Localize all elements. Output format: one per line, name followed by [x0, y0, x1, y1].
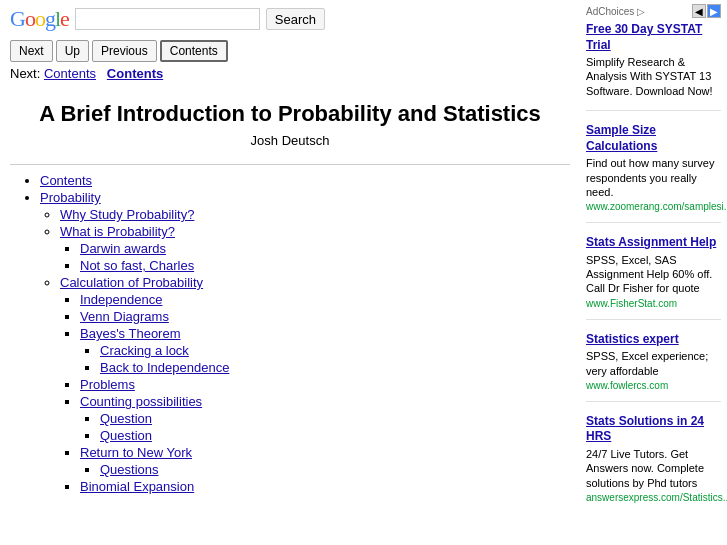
- list-item: Not so fast, Charles: [80, 258, 570, 273]
- toc-link-venn[interactable]: Venn Diagrams: [80, 309, 169, 324]
- list-item: Bayes's Theorem Cracking a lock Back to …: [80, 326, 570, 375]
- toc-link-return-ny[interactable]: Return to New York: [80, 445, 192, 460]
- list-item: Calculation of Probability Independence …: [60, 275, 570, 494]
- nav-up-button[interactable]: Up: [56, 40, 89, 62]
- ad-choices-bar: AdChoices ▷ ◀ ▶: [586, 4, 721, 18]
- ad-prev-arrow[interactable]: ◀: [692, 4, 706, 18]
- sidebar: AdChoices ▷ ◀ ▶ Free 30 Day SYSTAT Trial…: [580, 0, 727, 529]
- list-item: Question: [100, 411, 570, 426]
- search-button[interactable]: Search: [266, 8, 325, 30]
- ad-block-2: Sample Size Calculations Find out how ma…: [586, 123, 721, 223]
- ad-body-3: SPSS, Excel, SAS Assignment Help 60% off…: [586, 253, 721, 296]
- toc-link-question-2[interactable]: Question: [100, 428, 152, 443]
- ad-url-4: www.fowlercs.com: [586, 380, 721, 391]
- ad-url-5: answersexpress.com/Statistics...: [586, 492, 721, 503]
- list-item: Problems: [80, 377, 570, 392]
- list-item: What is Probability? Darwin awards Not s…: [60, 224, 570, 273]
- next-label: Next:: [10, 66, 40, 81]
- list-item: Back to Independence: [100, 360, 570, 375]
- list-item: Independence: [80, 292, 570, 307]
- toc-link-problems[interactable]: Problems: [80, 377, 135, 392]
- ad-block-4: Statistics expert SPSS, Excel experience…: [586, 332, 721, 402]
- toc-link-darwin[interactable]: Darwin awards: [80, 241, 166, 256]
- list-item: Venn Diagrams: [80, 309, 570, 324]
- list-item: Questions: [100, 462, 570, 477]
- toc-link-contents[interactable]: Contents: [40, 173, 92, 188]
- list-item: Counting possibilities Question Question: [80, 394, 570, 443]
- ad-block-5: Stats Solutions in 24 HRS 24/7 Live Tuto…: [586, 414, 721, 513]
- divider: [10, 164, 570, 165]
- toc-link-counting[interactable]: Counting possibilities: [80, 394, 202, 409]
- ad-title-5[interactable]: Stats Solutions in 24 HRS: [586, 414, 721, 445]
- search-input[interactable]: [75, 8, 260, 30]
- toc-link-not-so-fast[interactable]: Not so fast, Charles: [80, 258, 194, 273]
- ad-body-1: Simplify Research & Analysis With SYSTAT…: [586, 55, 721, 98]
- ad-body-2: Find out how many survey respondents you…: [586, 156, 721, 199]
- article-title: A Brief Introduction to Probability and …: [20, 101, 560, 127]
- table-of-contents: Contents Probability Why Study Probabili…: [20, 173, 570, 494]
- list-item: Why Study Probability?: [60, 207, 570, 222]
- toc-link-binomial[interactable]: Binomial Expansion: [80, 479, 194, 494]
- toc-link-bayes[interactable]: Bayes's Theorem: [80, 326, 181, 341]
- list-item: Return to New York Questions: [80, 445, 570, 477]
- next-line: Next: Contents Contents: [10, 66, 570, 81]
- toc-link-questions[interactable]: Questions: [100, 462, 159, 477]
- ad-title-3[interactable]: Stats Assignment Help: [586, 235, 721, 251]
- ad-block-1: Free 30 Day SYSTAT Trial Simplify Resear…: [586, 22, 721, 111]
- ad-title-4[interactable]: Statistics expert: [586, 332, 721, 348]
- ad-url-2: www.zoomerang.com/samplesi...: [586, 201, 721, 212]
- ad-body-5: 24/7 Live Tutors. Get Answers now. Compl…: [586, 447, 721, 490]
- nav-buttons: Next Up Previous Contents: [10, 40, 570, 62]
- toc-link-why-study[interactable]: Why Study Probability?: [60, 207, 194, 222]
- list-item: Cracking a lock: [100, 343, 570, 358]
- google-logo: Google: [10, 6, 69, 32]
- ad-url-3: www.FisherStat.com: [586, 298, 721, 309]
- article-author: Josh Deutsch: [10, 133, 570, 148]
- toc-link-back-independence[interactable]: Back to Independence: [100, 360, 229, 375]
- nav-contents-button[interactable]: Contents: [160, 40, 228, 62]
- ad-block-3: Stats Assignment Help SPSS, Excel, SAS A…: [586, 235, 721, 319]
- toc-link-what-is[interactable]: What is Probability?: [60, 224, 175, 239]
- list-item: Darwin awards: [80, 241, 570, 256]
- toc-link-cracking[interactable]: Cracking a lock: [100, 343, 189, 358]
- toc-link-question-1[interactable]: Question: [100, 411, 152, 426]
- list-item: Probability Why Study Probability? What …: [40, 190, 570, 494]
- toc-link-probability[interactable]: Probability: [40, 190, 101, 205]
- next-link-1[interactable]: Contents: [44, 66, 96, 81]
- ad-body-4: SPSS, Excel experience; very affordable: [586, 349, 721, 378]
- list-item: Binomial Expansion: [80, 479, 570, 494]
- toc-link-calculation[interactable]: Calculation of Probability: [60, 275, 203, 290]
- ad-title-1[interactable]: Free 30 Day SYSTAT Trial: [586, 22, 721, 53]
- next-link-2[interactable]: Contents: [107, 66, 163, 81]
- nav-next-button[interactable]: Next: [10, 40, 53, 62]
- ad-choices-label: AdChoices ▷: [586, 6, 645, 17]
- toc-link-independence[interactable]: Independence: [80, 292, 162, 307]
- ad-next-arrow[interactable]: ▶: [707, 4, 721, 18]
- nav-previous-button[interactable]: Previous: [92, 40, 157, 62]
- list-item: Contents: [40, 173, 570, 188]
- ad-title-2[interactable]: Sample Size Calculations: [586, 123, 721, 154]
- ad-nav-arrows: ◀ ▶: [692, 4, 721, 18]
- list-item: Question: [100, 428, 570, 443]
